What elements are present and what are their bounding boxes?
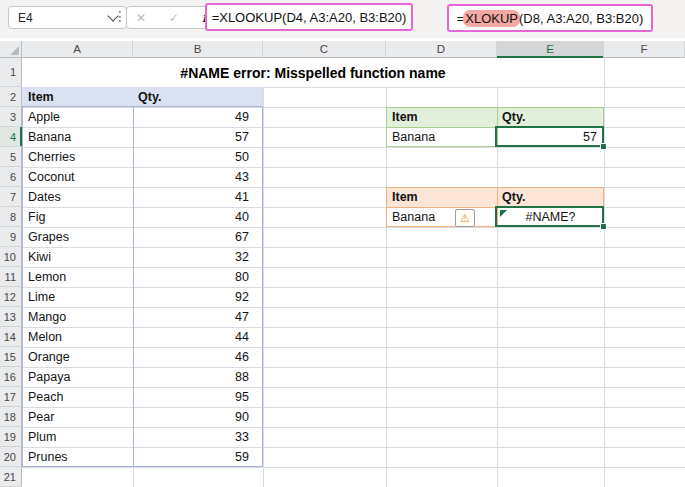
row-header-6[interactable]: 6 bbox=[0, 167, 22, 187]
row-header-9[interactable]: 9 bbox=[0, 227, 22, 247]
name-box[interactable]: E4 bbox=[8, 6, 127, 29]
gridline-vertical bbox=[604, 58, 605, 487]
row-header-14[interactable]: 14 bbox=[0, 327, 22, 347]
fruit-name-cell[interactable]: Banana bbox=[22, 127, 133, 147]
fruit-name-cell[interactable]: Pear bbox=[22, 407, 133, 427]
formula-box-misspelled[interactable]: =XLOKUP(D8, A3:A20, B3:B20) bbox=[447, 4, 653, 32]
fruit-qty-cell[interactable]: 33 bbox=[133, 427, 256, 447]
selected-cell-outline bbox=[495, 126, 604, 147]
error-trace-button[interactable]: ⚠ bbox=[455, 209, 475, 227]
lookup-error-header-qty[interactable]: Qty. bbox=[499, 187, 604, 207]
fruit-qty-cell[interactable]: 32 bbox=[133, 247, 256, 267]
fruit-name-cell[interactable]: Melon bbox=[22, 327, 133, 347]
row-header-20[interactable]: 20 bbox=[0, 447, 22, 467]
formula-bar: E4 ⋮ ✕ ✓ fx =XLOOKUP(D4, A3:A20, B3:B20)… bbox=[0, 0, 685, 38]
formula-text-correct: =XLOOKUP(D4, A3:A20, B3:B20) bbox=[212, 10, 407, 25]
column-header-A[interactable]: A bbox=[22, 41, 133, 58]
row-header-15[interactable]: 15 bbox=[0, 347, 22, 367]
fruit-name-cell[interactable]: Grapes bbox=[22, 227, 133, 247]
row-header-12[interactable]: 12 bbox=[0, 287, 22, 307]
fruit-qty-cell[interactable]: 40 bbox=[133, 207, 256, 227]
fruit-name-cell[interactable]: Mango bbox=[22, 307, 133, 327]
row-header-11[interactable]: 11 bbox=[0, 267, 22, 287]
fruit-qty-cell[interactable]: 50 bbox=[133, 147, 256, 167]
fruit-name-cell[interactable]: Plum bbox=[22, 427, 133, 447]
lookup-error-item-cell[interactable]: Banana bbox=[386, 207, 497, 227]
fruit-qty-cell[interactable]: 90 bbox=[133, 407, 256, 427]
row-header-13[interactable]: 13 bbox=[0, 307, 22, 327]
fruit-name-cell[interactable]: Fig bbox=[22, 207, 133, 227]
row-header-5[interactable]: 5 bbox=[0, 147, 22, 167]
select-all-triangle-icon bbox=[10, 46, 19, 55]
lookup-error-header-item[interactable]: Item bbox=[386, 187, 497, 207]
fruit-name-cell[interactable]: Lemon bbox=[22, 267, 133, 287]
select-all-corner[interactable] bbox=[0, 41, 22, 58]
fruit-name-cell[interactable]: Kiwi bbox=[22, 247, 133, 267]
fruit-name-cell[interactable]: Orange bbox=[22, 347, 133, 367]
fruit-header-qty[interactable]: Qty. bbox=[138, 87, 258, 107]
lookup-ok-header-item[interactable]: Item bbox=[386, 107, 497, 127]
row-header-10[interactable]: 10 bbox=[0, 247, 22, 267]
row-header-18[interactable]: 18 bbox=[0, 407, 22, 427]
column-header-F[interactable]: F bbox=[604, 41, 685, 58]
row-header-19[interactable]: 19 bbox=[0, 427, 22, 447]
excel-window: E4 ⋮ ✕ ✓ fx =XLOOKUP(D4, A3:A20, B3:B20)… bbox=[0, 0, 685, 487]
fruit-name-cell[interactable]: Peach bbox=[22, 387, 133, 407]
fruit-qty-cell[interactable]: 80 bbox=[133, 267, 256, 287]
fruit-qty-cell[interactable]: 57 bbox=[133, 127, 256, 147]
fruit-qty-cell[interactable]: 95 bbox=[133, 387, 256, 407]
lookup-ok-header-qty[interactable]: Qty. bbox=[499, 107, 604, 127]
column-header-D[interactable]: D bbox=[386, 41, 497, 58]
fruit-qty-cell[interactable]: 49 bbox=[133, 107, 256, 127]
error-indicator-icon bbox=[500, 210, 507, 217]
row-header-2[interactable]: 2 bbox=[0, 87, 22, 107]
fruit-name-cell[interactable]: Papaya bbox=[22, 367, 133, 387]
row-header-16[interactable]: 16 bbox=[0, 367, 22, 387]
row-header-8[interactable]: 8 bbox=[0, 207, 22, 227]
row-header-4[interactable]: 4 bbox=[0, 127, 22, 147]
fruit-name-cell[interactable]: Lime bbox=[22, 287, 133, 307]
fruit-qty-cell[interactable]: 88 bbox=[133, 367, 256, 387]
enter-icon[interactable]: ✓ bbox=[169, 11, 179, 25]
gridline-horizontal bbox=[22, 467, 685, 468]
fruit-qty-cell[interactable]: 92 bbox=[133, 287, 256, 307]
fruit-qty-cell[interactable]: 44 bbox=[133, 327, 256, 347]
misspelled-function-highlight: XLOKUP bbox=[463, 10, 520, 27]
fruit-name-cell[interactable]: Cherries bbox=[22, 147, 133, 167]
formula-text-suffix: (D8, A3:A20, B3:B20) bbox=[519, 11, 643, 26]
formula-box-correct[interactable]: =XLOOKUP(D4, A3:A20, B3:B20) bbox=[205, 3, 413, 31]
error-cell-fill-handle[interactable] bbox=[600, 223, 607, 230]
fruit-qty-cell[interactable]: 67 bbox=[133, 227, 256, 247]
row-header-21[interactable]: 21 bbox=[0, 467, 22, 487]
fruit-header-item[interactable]: Item bbox=[22, 87, 133, 107]
error-cell-outline bbox=[495, 206, 604, 227]
column-header-E[interactable]: E bbox=[497, 41, 604, 58]
dots-separator-icon: ⋮ bbox=[113, 6, 127, 27]
fruit-qty-cell[interactable]: 43 bbox=[133, 167, 256, 187]
fruit-qty-cell[interactable]: 59 bbox=[133, 447, 256, 467]
cancel-icon[interactable]: ✕ bbox=[136, 11, 146, 25]
row-header-1[interactable]: 1 bbox=[0, 58, 22, 87]
column-header-B[interactable]: B bbox=[133, 41, 263, 58]
column-header-C[interactable]: C bbox=[263, 41, 386, 58]
fruit-qty-cell[interactable]: 41 bbox=[133, 187, 256, 207]
row-header-17[interactable]: 17 bbox=[0, 387, 22, 407]
fruit-name-cell[interactable]: Prunes bbox=[22, 447, 133, 467]
fruit-name-cell[interactable]: Apple bbox=[22, 107, 133, 127]
name-box-value: E4 bbox=[18, 11, 33, 25]
lookup-ok-item-cell[interactable]: Banana bbox=[386, 127, 497, 147]
fill-handle[interactable] bbox=[600, 143, 607, 150]
row-header-3[interactable]: 3 bbox=[0, 107, 22, 127]
fruit-qty-cell[interactable]: 47 bbox=[133, 307, 256, 327]
warning-icon: ⚠ bbox=[460, 211, 470, 225]
fruit-name-cell[interactable]: Dates bbox=[22, 187, 133, 207]
fruit-name-cell[interactable]: Coconut bbox=[22, 167, 133, 187]
row-header-7[interactable]: 7 bbox=[0, 187, 22, 207]
fruit-qty-cell[interactable]: 46 bbox=[133, 347, 256, 367]
sheet-title-cell[interactable]: #NAME error: Misspelled function name bbox=[22, 58, 604, 87]
